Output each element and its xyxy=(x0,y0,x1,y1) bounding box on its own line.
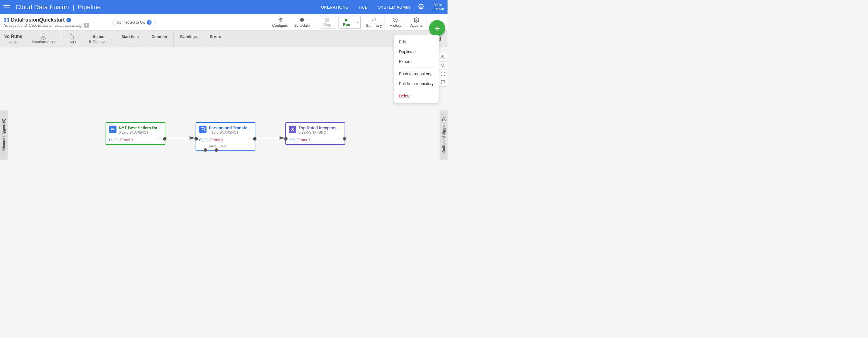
duration-value: -- xyxy=(158,39,161,44)
play-icon xyxy=(344,18,349,23)
svg-point-9 xyxy=(281,19,282,19)
settings-icon[interactable] xyxy=(418,4,424,11)
error-port[interactable] xyxy=(215,148,218,152)
node-version: 0.23.0-SNAPSHOT xyxy=(119,131,162,135)
actions-dropdown: Edit Duplicate Export Push to repository… xyxy=(394,35,439,103)
dropdown-pull[interactable]: Pull from repository xyxy=(394,79,439,89)
inbound-triggers-tab[interactable]: Inbound triggers (0) xyxy=(0,111,7,160)
start-time-label: Start time xyxy=(121,34,138,39)
source-icon xyxy=(109,126,117,133)
add-plugin-fab[interactable]: + xyxy=(429,20,445,36)
git-status-pill[interactable]: Connected to Git i xyxy=(113,19,156,26)
run-status-bar: No Runs ◀ ▶ M Runtime Args Logs Status D… xyxy=(0,31,447,47)
output-port[interactable] xyxy=(163,137,166,140)
pipeline-canvas[interactable]: Inbound triggers (0) Outbound triggers (… xyxy=(0,47,447,174)
status-label: Status xyxy=(93,34,104,39)
warnings-value: -- xyxy=(187,39,190,44)
status-value: Deployed xyxy=(89,39,108,44)
stop-button: Stop xyxy=(319,16,336,29)
svg-rect-11 xyxy=(325,18,329,22)
add-tag-button[interactable]: + xyxy=(84,23,89,28)
svg-marker-13 xyxy=(356,22,359,23)
info-icon[interactable]: i xyxy=(66,18,71,23)
nav-operations[interactable]: OPERATIONS xyxy=(321,5,348,9)
pipeline-icon xyxy=(3,17,9,23)
fit-icon xyxy=(441,72,445,76)
runtime-args-button[interactable]: M Runtime Args xyxy=(26,31,61,47)
comments-button[interactable] xyxy=(439,78,447,87)
outbound-triggers-tab[interactable]: Outbound triggers (0) xyxy=(440,111,447,160)
nav-hub[interactable]: HUB xyxy=(359,5,368,9)
next-run-arrow[interactable]: ▶ xyxy=(14,40,18,44)
duration-label: Duration xyxy=(152,34,167,39)
node-menu-icon[interactable] xyxy=(337,137,342,142)
dropdown-delete[interactable]: Delete xyxy=(394,91,439,101)
nav-system-admin[interactable]: SYSTEM ADMIN xyxy=(378,5,410,9)
pipeline-name[interactable]: DataFusionQuickstart xyxy=(11,17,65,23)
errors-label: Errors xyxy=(210,34,221,39)
tags-placeholder[interactable]: No tags found. Click to add a new busine… xyxy=(3,23,83,28)
svg-point-36 xyxy=(292,129,293,130)
node-transform[interactable]: Parsing and Transfo… 4.10.0-SNAPSHOT Out… xyxy=(195,122,255,150)
brand-main: Cloud Data Fusion xyxy=(16,3,69,11)
zoom-in-icon xyxy=(441,55,445,60)
zoom-out-icon xyxy=(441,63,445,68)
svg-point-14 xyxy=(416,19,417,21)
dropdown-edit[interactable]: Edit xyxy=(394,37,439,47)
node-title: NYT Best Sellers Ra… xyxy=(119,126,162,130)
brand-title: Cloud Data Fusion | Pipeline xyxy=(16,3,101,11)
menu-icon[interactable] xyxy=(3,4,10,11)
info-icon[interactable]: i xyxy=(147,20,152,25)
node-source[interactable]: NYT Best Sellers Ra… 0.23.0-SNAPSHOT Out… xyxy=(105,122,165,145)
svg-line-18 xyxy=(443,58,445,59)
sliders-icon xyxy=(278,17,283,23)
dropdown-export[interactable]: Export xyxy=(394,57,439,66)
dropdown-duplicate[interactable]: Duplicate xyxy=(394,47,439,57)
clock-icon xyxy=(300,17,305,23)
node-sink[interactable]: Top Rated Inexpensi… 0.23.0-SNAPSHOT In … xyxy=(285,122,345,145)
node-version: 0.23.0-SNAPSHOT xyxy=(299,131,342,135)
top-header: Cloud Data Fusion | Pipeline OPERATIONS … xyxy=(0,0,447,14)
chart-icon xyxy=(371,17,377,23)
node-stats: Out 0 / Errors 0 xyxy=(109,138,132,142)
gear-icon xyxy=(413,17,419,23)
svg-point-5 xyxy=(279,19,280,20)
history-button[interactable]: History xyxy=(384,14,406,30)
brand-sub: Pipeline xyxy=(78,3,101,11)
brand-separator: | xyxy=(72,3,74,11)
pipeline-header: DataFusionQuickstart i No tags found. Cl… xyxy=(0,14,447,31)
summary-button[interactable]: Summary xyxy=(363,14,384,30)
run-button[interactable]: Run xyxy=(338,16,355,29)
svg-rect-2 xyxy=(7,19,9,22)
logs-icon xyxy=(69,34,74,40)
zoom-out-button[interactable] xyxy=(439,61,447,70)
prev-run-arrow[interactable]: ◀ xyxy=(8,40,11,44)
configure-button[interactable]: Configure xyxy=(270,14,291,30)
svg-marker-12 xyxy=(345,19,348,22)
zoom-in-button[interactable] xyxy=(439,53,447,62)
node-version: 4.10.0-SNAPSHOT xyxy=(209,131,252,135)
start-time-value: -- xyxy=(129,39,131,44)
svg-line-22 xyxy=(443,66,445,67)
error-port-label: Error xyxy=(219,144,227,148)
output-port[interactable] xyxy=(343,137,346,140)
alert-port[interactable] xyxy=(204,148,207,152)
dropdown-push[interactable]: Push to repository xyxy=(394,69,439,79)
input-port[interactable] xyxy=(284,137,288,140)
edition-badge: Basic Edition xyxy=(433,3,444,11)
fit-screen-button[interactable] xyxy=(439,70,447,78)
input-port[interactable] xyxy=(194,137,198,140)
schedule-button[interactable]: Schedule xyxy=(291,14,313,30)
sink-icon xyxy=(289,126,296,133)
node-menu-icon[interactable] xyxy=(247,137,252,142)
node-stats: Out 0 / Errors 0 xyxy=(199,138,223,142)
run-dropdown-caret[interactable] xyxy=(355,16,361,29)
runtime-icon: M xyxy=(40,34,46,40)
node-menu-icon[interactable] xyxy=(157,137,162,142)
actions-menu-button[interactable]: Actions xyxy=(406,14,427,30)
logs-button[interactable]: Logs xyxy=(61,31,82,47)
svg-point-0 xyxy=(421,6,422,7)
no-runs-label: No Runs xyxy=(3,34,23,39)
output-port[interactable] xyxy=(253,137,256,140)
node-title: Top Rated Inexpensi… xyxy=(299,126,342,130)
